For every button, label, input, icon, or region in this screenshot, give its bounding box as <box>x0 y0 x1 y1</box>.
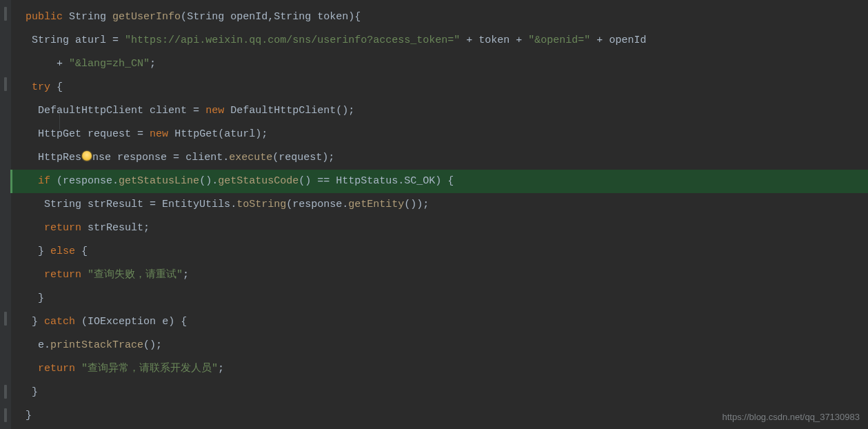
keyword: return <box>38 363 75 375</box>
code-line[interactable]: } <box>11 381 868 404</box>
type: String <box>69 11 106 23</box>
variable: aturl <box>75 34 106 46</box>
punct: ( <box>57 175 63 187</box>
code-line[interactable]: DefaultHttpClient client = new DefaultHt… <box>11 99 868 123</box>
variable: token <box>478 34 509 46</box>
punct: ( <box>181 11 187 23</box>
punct: () <box>143 339 156 351</box>
op: = <box>137 128 143 140</box>
keyword: else <box>50 246 75 257</box>
punct: ; <box>156 339 162 351</box>
op: = <box>112 34 119 46</box>
punct: . <box>223 152 229 163</box>
fold-marker[interactable] <box>4 408 7 422</box>
punct: . <box>342 199 348 210</box>
punct: . <box>398 175 404 187</box>
punct: { <box>57 81 63 93</box>
keyword: if <box>38 175 50 187</box>
method-call: toString <box>236 199 286 210</box>
type: nse <box>92 152 111 163</box>
punct: . <box>44 339 50 351</box>
keyword: new <box>205 105 224 117</box>
punct: ; <box>261 128 268 140</box>
code-line[interactable]: return "查询失败，请重试"; <box>11 263 868 287</box>
punct: . <box>112 175 119 187</box>
string-literal: "https://api.weixin.qq.com/sns/userinfo?… <box>125 34 460 46</box>
type: String <box>187 11 224 23</box>
variable: request <box>279 152 322 163</box>
code-line[interactable]: try { <box>11 76 868 99</box>
punct: ( <box>218 128 224 140</box>
variable: strResult <box>88 222 143 234</box>
op: + <box>516 34 522 46</box>
constant: SC_OK <box>404 175 435 187</box>
lightbulb-icon[interactable] <box>82 151 92 161</box>
fold-marker[interactable] <box>4 312 7 326</box>
string-literal: "查询失败，请重试" <box>88 269 183 281</box>
punct: ; <box>143 222 150 234</box>
type: String <box>274 11 311 23</box>
punct: } <box>32 316 38 328</box>
punct: , <box>268 11 274 23</box>
variable: response <box>117 152 167 163</box>
code-line[interactable]: } <box>11 287 868 310</box>
code-editor[interactable]: public String getUserInfo(String openId,… <box>0 0 868 429</box>
code-line[interactable]: } catch (IOException e) { <box>11 310 868 334</box>
fold-marker[interactable] <box>4 77 7 91</box>
punct: ( <box>286 199 292 210</box>
variable: client <box>150 105 187 117</box>
op: + <box>57 58 63 70</box>
punct: ; <box>423 199 429 210</box>
code-line[interactable]: HttpResnse response = client.execute(req… <box>11 146 868 170</box>
punct: { <box>81 246 88 257</box>
punct: ) <box>255 128 261 140</box>
code-line[interactable]: return "查询异常，请联系开发人员"; <box>11 357 868 381</box>
punct: () <box>336 105 348 117</box>
punct: ) <box>322 152 328 163</box>
punct: { <box>447 175 454 187</box>
code-line[interactable]: e.printStackTrace(); <box>11 334 868 357</box>
variable: request <box>88 128 131 140</box>
punct: ; <box>150 58 156 70</box>
type: HttpGet <box>38 128 81 140</box>
fold-marker[interactable] <box>4 7 7 21</box>
punct: } <box>38 292 44 304</box>
string-literal: "&openid=" <box>528 34 590 46</box>
variable: openId <box>609 34 646 46</box>
watermark-text: https://blog.csdn.net/qq_37130983 <box>723 412 860 422</box>
punct: ) <box>435 175 441 187</box>
type: String <box>32 34 69 46</box>
type: IOException <box>88 316 156 328</box>
code-line[interactable]: String aturl = "https://api.weixin.qq.co… <box>11 29 868 52</box>
punct: ) <box>168 316 174 328</box>
punct: ) <box>348 11 354 23</box>
punct: () <box>299 175 311 187</box>
punct: } <box>38 246 44 257</box>
keyword: try <box>32 81 50 93</box>
editor-gutter <box>0 0 11 429</box>
punct: ; <box>183 269 189 281</box>
type: HttpRes <box>38 152 81 163</box>
method-call: getEntity <box>348 199 404 210</box>
code-area[interactable]: public String getUserInfo(String openId,… <box>11 0 868 428</box>
code-line[interactable]: HttpGet request = new HttpGet(aturl); <box>11 123 868 146</box>
method-name: getUserInfo <box>112 11 181 23</box>
code-line[interactable]: public String getUserInfo(String openId,… <box>11 6 868 29</box>
param: openId <box>230 11 268 23</box>
keyword: catch <box>44 316 75 328</box>
fold-marker[interactable] <box>4 385 7 399</box>
code-line[interactable]: } else { <box>11 240 868 263</box>
code-line-highlighted[interactable]: if (response.getStatusLine().getStatusCo… <box>11 170 868 193</box>
code-line[interactable]: String strResult = EntityUtils.toString(… <box>11 193 868 217</box>
code-line[interactable]: + "&lang=zh_CN"; <box>11 52 868 76</box>
param: token <box>317 11 348 23</box>
string-literal: "查询异常，请联系开发人员" <box>81 363 218 375</box>
op: == <box>317 175 330 187</box>
method-call: execute <box>229 152 272 163</box>
op: = <box>173 152 179 163</box>
code-line[interactable]: return strResult; <box>11 217 868 240</box>
type: HttpGet <box>174 128 218 140</box>
variable: e <box>162 316 168 328</box>
op: + <box>596 34 603 46</box>
caret-indicator <box>10 170 12 193</box>
